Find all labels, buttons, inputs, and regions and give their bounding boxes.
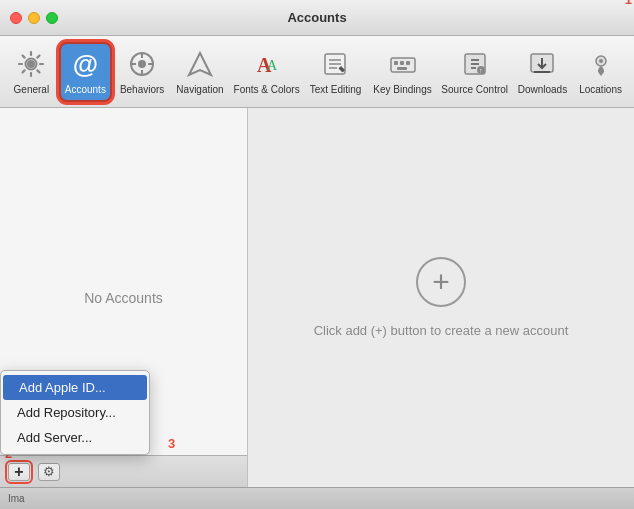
left-panel: No Accounts + 2 ⚙ Add Apple ID... Add Re… [0,108,248,487]
source-control-icon: ↑ [459,48,491,80]
right-panel: + Click add (+) button to create a new a… [248,108,634,487]
statusbar: Ima [0,487,634,509]
gear-small-icon: ⚙ [43,464,55,479]
toolbar: General @ Accounts 1 Behaviors Navigatio… [0,36,634,108]
annotation-1: 1 [625,0,632,7]
menu-item-add-apple-id[interactable]: Add Apple ID... [3,375,147,400]
titlebar: Accounts [0,0,634,36]
at-icon: @ [69,48,101,80]
toolbar-item-text-editing[interactable]: Text Editing [306,42,366,102]
toolbar-label-behaviors: Behaviors [120,84,164,95]
menu-item-add-server[interactable]: Add Server... [1,425,149,450]
svg-rect-16 [394,61,398,65]
text-editing-icon [319,48,351,80]
gear-icon [15,48,47,80]
plus-circle-icon: + [432,267,450,297]
toolbar-item-key-bindings[interactable]: Key Bindings [369,42,435,102]
toolbar-item-source-control[interactable]: ↑ Source Control [440,42,510,102]
annotation-3: 3 [168,436,175,451]
toolbar-item-downloads[interactable]: Downloads [514,42,571,102]
svg-text:↑: ↑ [479,67,483,74]
toolbar-item-fonts-colors[interactable]: A A Fonts & Colors [232,42,302,102]
plus-icon: + [14,463,23,481]
statusbar-text: Ima [8,493,25,504]
add-circle-button[interactable]: + [416,257,466,307]
downloads-icon [526,48,558,80]
svg-text:A: A [267,58,278,73]
add-account-button[interactable]: + 2 [8,463,30,481]
toolbar-item-navigation[interactable]: Navigation [172,42,227,102]
no-accounts-label: No Accounts [84,290,163,306]
close-button[interactable] [10,12,22,24]
svg-point-0 [27,60,35,68]
toolbar-label-locations: Locations [579,84,622,95]
svg-rect-19 [397,67,407,70]
behaviors-icon [126,48,158,80]
content-area: No Accounts + 2 ⚙ Add Apple ID... Add Re… [0,108,634,487]
svg-marker-8 [189,53,211,75]
dropdown-menu: Add Apple ID... Add Repository... Add Se… [0,370,150,455]
toolbar-label-source-control: Source Control [441,84,508,95]
toolbar-item-locations[interactable]: Locations [575,42,626,102]
toolbar-item-behaviors[interactable]: Behaviors [116,42,168,102]
minimize-button[interactable] [28,12,40,24]
toolbar-item-general[interactable]: General [8,42,55,102]
toolbar-label-key-bindings: Key Bindings [373,84,431,95]
svg-point-30 [599,59,603,63]
window-controls [10,12,58,24]
svg-rect-17 [400,61,404,65]
svg-rect-18 [406,61,410,65]
toolbar-item-accounts[interactable]: @ Accounts 1 [59,42,112,102]
toolbar-label-downloads: Downloads [518,84,567,95]
toolbar-label-navigation: Navigation [176,84,223,95]
toolbar-label-accounts: Accounts [65,84,106,95]
left-panel-bottom-bar: + 2 ⚙ Add Apple ID... Add Repository... … [0,455,247,487]
svg-point-3 [138,60,146,68]
account-settings-button[interactable]: ⚙ [38,463,60,481]
toolbar-label-general: General [14,84,50,95]
fonts-icon: A A [251,48,283,80]
right-panel-hint: Click add (+) button to create a new acc… [314,323,569,338]
toolbar-label-fonts: Fonts & Colors [234,84,300,95]
maximize-button[interactable] [46,12,58,24]
window-title: Accounts [287,10,346,25]
toolbar-label-text-editing: Text Editing [310,84,362,95]
locations-icon [585,48,617,80]
navigation-icon [184,48,216,80]
menu-item-add-repository[interactable]: Add Repository... [1,400,149,425]
key-bindings-icon [387,48,419,80]
